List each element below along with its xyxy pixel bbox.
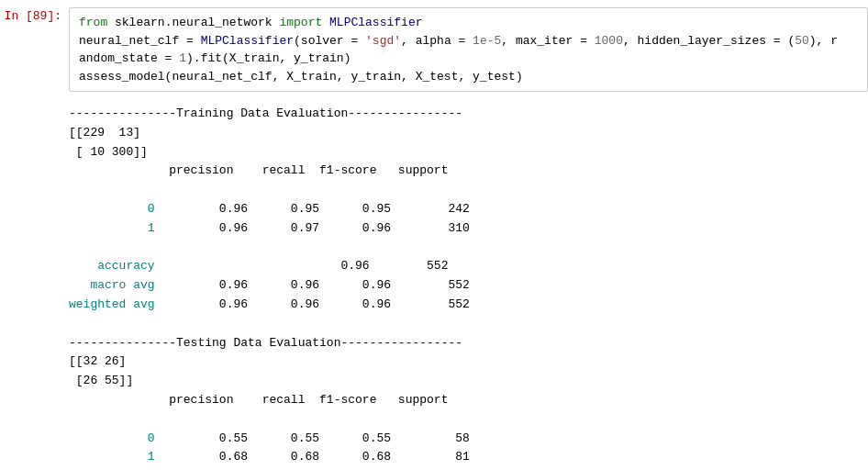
code-block[interactable]: from sklearn.neural_network import MLPCl… (69, 7, 868, 92)
testing-separator: ---------------Testing Data Evaluation--… (69, 334, 868, 353)
notebook-cell: In [89]: from sklearn.neural_network imp… (0, 0, 868, 470)
testing-col-header: precision recall f1-score support (69, 391, 868, 410)
testing-matrix-row1: [[32 26] (69, 352, 868, 372)
training-matrix-row2: [ 10 300]] (69, 143, 868, 162)
training-weighted-avg: weighted avg 0.96 0.96 0.96 552 (69, 296, 868, 315)
code-line-4: assess_model(neural_net_clf, X_train, y_… (79, 68, 858, 86)
code-line-1: from sklearn.neural_network import MLPCl… (79, 14, 858, 32)
blank3 (69, 315, 868, 334)
cell-content: from sklearn.neural_network import MLPCl… (69, 7, 868, 470)
testing-row-1: 1 0.68 0.68 0.68 81 (69, 448, 868, 467)
testing-row-0: 0 0.55 0.55 0.55 58 (69, 430, 868, 449)
training-macro-avg: macro avg 0.96 0.96 0.96 552 (69, 276, 868, 296)
output-block: ---------------Training Data Evaluation-… (69, 101, 868, 470)
training-row-1: 1 0.96 0.97 0.96 310 (69, 219, 868, 239)
code-line-2: neural_net_clf = MLPClassifier(solver = … (79, 32, 858, 50)
blank1 (69, 181, 868, 200)
training-col-header: precision recall f1-score support (69, 162, 868, 181)
training-row-0: 0 0.96 0.95 0.95 242 (69, 200, 868, 219)
training-matrix-row1: [[229 13] (69, 124, 868, 143)
code-line-3: andom_state = 1).fit(X_train, y_train) (79, 50, 858, 68)
training-separator: ---------------Training Data Evaluation-… (69, 105, 868, 124)
testing-matrix-row2: [26 55]] (69, 372, 868, 391)
training-accuracy: accuracy 0.96 552 (69, 257, 868, 276)
cell-label: In [89]: (0, 7, 69, 470)
blank2 (69, 239, 868, 258)
blank4 (69, 410, 868, 430)
